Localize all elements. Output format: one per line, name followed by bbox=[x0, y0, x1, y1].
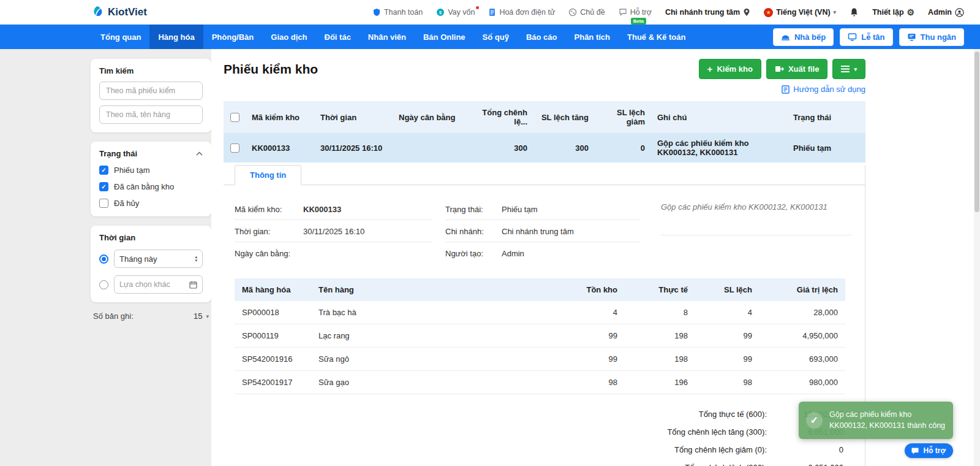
top-link-vay-von[interactable]: $ Vay vốn bbox=[436, 8, 475, 17]
nav-tab-so-quy[interactable]: Sổ quỹ bbox=[474, 25, 518, 49]
product-value: 980,000 bbox=[760, 371, 845, 394]
support-chat-icon bbox=[911, 447, 919, 455]
account-menu[interactable]: Admin bbox=[928, 8, 964, 17]
notifications-button[interactable] bbox=[850, 7, 859, 17]
product-row[interactable]: SP542001916 Sữa ngô 99 198 99 693,000 bbox=[235, 348, 845, 371]
product-name: Sữa ngô bbox=[311, 348, 557, 370]
export-button[interactable]: Xuất file bbox=[766, 59, 828, 79]
product-stock: 99 bbox=[557, 348, 625, 370]
status-option-label: Đã hủy bbox=[114, 199, 139, 208]
stocktake-button[interactable]: + Kiểm kho bbox=[699, 59, 761, 79]
product-value: 28,000 bbox=[760, 301, 845, 324]
radio-unselected-icon[interactable] bbox=[99, 280, 108, 289]
top-link-label: Chủ đề bbox=[580, 8, 605, 17]
brand[interactable]: KiotViet bbox=[91, 6, 147, 19]
nav-tab-phan-tich[interactable]: Phân tích bbox=[566, 25, 619, 49]
language-label: Tiếng Việt (VN) bbox=[776, 8, 830, 17]
cashier-screen-icon bbox=[907, 33, 916, 41]
column-header-code[interactable]: Mã kiểm kho bbox=[246, 106, 314, 129]
column-header-total-diff[interactable]: Tổng chênh lệ... bbox=[467, 101, 533, 133]
nav-tab-doi-tac[interactable]: Đối tác bbox=[316, 25, 360, 49]
toast-message: Gộp các phiếu kiểm kho KK000132, KK00013… bbox=[829, 409, 946, 432]
nav-tab-thue-ke-toan[interactable]: Thuế & Kế toán bbox=[619, 25, 694, 49]
kitchen-button[interactable]: Nhà bếp bbox=[773, 28, 834, 46]
status-option-da-can-bang[interactable]: ✓ Đã cân bằng kho bbox=[99, 182, 203, 191]
scrollbar-track[interactable] bbox=[974, 49, 980, 466]
top-link-hoa-don[interactable]: Hoá đơn điện tử bbox=[488, 8, 555, 17]
records-per-page[interactable]: Số bản ghi: 15 ▾ bbox=[91, 311, 211, 321]
calendar-icon bbox=[189, 281, 197, 289]
total-diff-row: Tổng chênh lệch (300): 6,651,000 bbox=[224, 459, 843, 466]
chevron-up-icon[interactable] bbox=[196, 151, 203, 156]
column-header-note[interactable]: Ghi chú bbox=[651, 106, 787, 129]
time-preset-select[interactable]: Tháng này ▴▾ bbox=[114, 250, 203, 268]
top-link-thanh-toan[interactable]: Thanh toán bbox=[372, 8, 423, 17]
time-filter-card: Thời gian Tháng này ▴▾ Lựa chọn khác bbox=[91, 226, 211, 302]
status-option-phieu-tam[interactable]: ✓ Phiếu tạm bbox=[99, 166, 203, 175]
e-invoice-icon bbox=[488, 8, 496, 17]
reception-tablet-icon bbox=[848, 33, 857, 41]
tab-thong-tin[interactable]: Thông tin bbox=[235, 165, 301, 185]
column-header-qty-down[interactable]: SL lệch giảm bbox=[595, 101, 651, 133]
product-row[interactable]: SP542001917 Sữa gạo 98 196 98 980,000 bbox=[235, 371, 845, 394]
product-value: 4,950,000 bbox=[760, 324, 845, 347]
branch-selector[interactable]: Chi nhánh trung tâm bbox=[665, 8, 750, 17]
support-button[interactable]: Hỗ trợ bbox=[905, 443, 953, 458]
nav-tab-nhan-vien[interactable]: Nhân viên bbox=[360, 25, 415, 49]
nav-tab-phong-ban[interactable]: Phòng/Bàn bbox=[203, 25, 263, 49]
list-view-menu-button[interactable]: ▾ bbox=[832, 59, 865, 79]
top-header: KiotViet Thanh toán $ Vay vốn Hoá đơn đi… bbox=[0, 0, 980, 25]
select-all-checkbox[interactable] bbox=[230, 113, 239, 122]
radio-selected-icon[interactable] bbox=[99, 254, 108, 264]
nav-tab-bao-cao[interactable]: Báo cáo bbox=[518, 25, 566, 49]
product-row[interactable]: SP000018 Trà bạc hà 4 8 4 28,000 bbox=[235, 301, 845, 324]
nav-tab-hang-hoa[interactable]: Hàng hóa bbox=[149, 25, 203, 49]
product-column-diff: SL lệch bbox=[695, 278, 760, 301]
top-link-chu-de[interactable]: Chủ đề bbox=[568, 8, 605, 17]
column-header-qty-up[interactable]: SL lệch tăng bbox=[533, 106, 595, 129]
search-product-input[interactable] bbox=[99, 105, 203, 124]
user-guide-link[interactable]: Hướng dẫn sử dụng bbox=[782, 85, 865, 94]
checkbox-unchecked-icon[interactable] bbox=[99, 199, 108, 208]
column-header-status[interactable]: Trạng thái bbox=[787, 106, 865, 129]
product-actual: 8 bbox=[625, 301, 695, 324]
product-name: Lạc rang bbox=[311, 324, 557, 347]
field-value: KK000133 bbox=[303, 205, 341, 214]
settings-button[interactable]: Thiết lập ⚙ bbox=[872, 7, 914, 17]
nav-tab-giao-dich[interactable]: Giao dịch bbox=[262, 25, 315, 49]
plus-icon: + bbox=[707, 65, 713, 73]
nav-tabs: Tổng quan Hàng hóa Phòng/Bàn Giao dịch Đ… bbox=[92, 25, 694, 49]
checkbox-checked-icon[interactable]: ✓ bbox=[99, 166, 108, 175]
total-label: Tổng chênh lệch giảm (0): bbox=[674, 445, 767, 454]
column-header-time[interactable]: Thời gian bbox=[314, 106, 393, 129]
theme-palette-icon bbox=[568, 8, 577, 17]
search-card-title: Tìm kiếm bbox=[99, 66, 203, 75]
status-option-da-huy[interactable]: Đã hủy bbox=[99, 199, 203, 208]
product-row[interactable]: SP000119 Lạc rang 99 198 99 4,950,000 bbox=[235, 324, 845, 348]
reception-button[interactable]: Lễ tân bbox=[840, 28, 892, 46]
cashier-button[interactable]: Thu ngân bbox=[899, 28, 965, 46]
success-toast[interactable]: ✓ Gộp các phiếu kiểm kho KK000132, KK000… bbox=[799, 402, 953, 440]
scrollbar-thumb[interactable] bbox=[974, 52, 979, 212]
column-header-balance-date[interactable]: Ngày cân bằng bbox=[393, 106, 467, 129]
check-icon: ✓ bbox=[806, 412, 823, 429]
support-button-label: Hỗ trợ bbox=[923, 446, 946, 455]
total-label: Tổng thực tế (600): bbox=[699, 410, 767, 419]
totals-summary: Tổng thực tế (600): 13,302,000 Tổng chên… bbox=[224, 405, 843, 466]
nav-tab-ban-online[interactable]: Bán Online bbox=[415, 25, 474, 49]
product-diff: 98 bbox=[695, 371, 760, 394]
top-link-ho-tro[interactable]: Hỗ trợ Beta bbox=[619, 8, 652, 17]
stocktake-row-kk000133[interactable]: KK000133 30/11/2025 16:10 300 300 0 Gộp … bbox=[224, 133, 865, 162]
search-code-input[interactable] bbox=[99, 82, 203, 100]
vietnam-flag-icon: ★ bbox=[764, 8, 773, 17]
top-link-label: Hoá đơn điện tử bbox=[499, 8, 555, 17]
quick-button-label: Nhà bếp bbox=[794, 32, 826, 42]
total-diff-down-row: Tổng chênh lệch giảm (0): 0 bbox=[224, 441, 843, 459]
time-custom-input[interactable]: Lựa chọn khác bbox=[114, 275, 203, 294]
kiotviet-logo-icon bbox=[91, 6, 104, 19]
row-checkbox[interactable] bbox=[230, 143, 239, 153]
nav-tab-tong-quan[interactable]: Tổng quan bbox=[92, 25, 149, 49]
checkbox-checked-icon[interactable]: ✓ bbox=[99, 182, 108, 191]
language-selector[interactable]: ★ Tiếng Việt (VN) ▾ bbox=[764, 8, 836, 17]
detail-note[interactable]: Gộp các phiếu kiểm kho KK000132, KK00013… bbox=[661, 200, 851, 235]
